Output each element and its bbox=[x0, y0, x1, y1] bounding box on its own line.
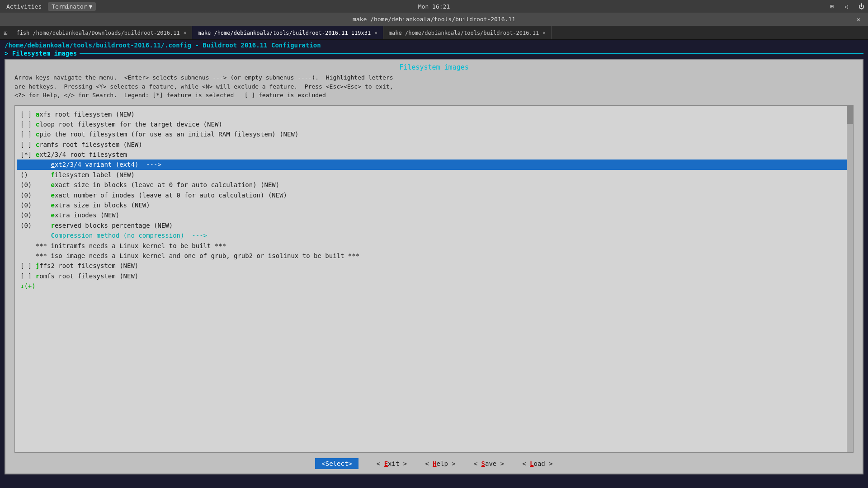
menu-item-cramfs[interactable]: [ ] cramfs root filesystem (NEW) bbox=[17, 140, 851, 150]
tab-make-second[interactable]: make /home/debiankoala/tools/buildroot-2… bbox=[383, 26, 552, 39]
help-button[interactable]: < Help > bbox=[425, 460, 455, 467]
terminal-area: /home/debiankoala/tools/buildroot-2016.1… bbox=[0, 40, 868, 488]
tab-make-active-label: make /home/debiankoala/tools/buildroot-2… bbox=[198, 30, 371, 36]
menu-item-cpio[interactable]: [ ] cpio the root filesystem (for use as… bbox=[17, 129, 851, 139]
menu-item-ext234[interactable]: [*] ext2/3/4 root filesystem bbox=[17, 150, 851, 160]
topbar-left: Activities Terminator ▼ bbox=[4, 2, 96, 11]
topbar-right: ⊞ ◁ ⏻ bbox=[830, 3, 864, 10]
dialog-title: Filesystem images bbox=[5, 60, 863, 73]
window-titlebar: make /home/debiankoala/tools/buildroot-2… bbox=[0, 13, 868, 26]
menu-dialog: Filesystem images Arrow keys navigate th… bbox=[5, 59, 863, 474]
menu-item-ext234-variant[interactable]: ext2/3/4 variant (ext4) ---> bbox=[17, 160, 851, 169]
menu-item-jffs2[interactable]: [ ] jffs2 root filesystem (NEW) bbox=[17, 261, 851, 271]
topbar: Activities Terminator ▼ Mon 16:21 ⊞ ◁ ⏻ bbox=[0, 0, 868, 13]
tab-fish[interactable]: fish /home/debiankoala/Downloads/buildro… bbox=[11, 26, 192, 39]
header-path: /home/debiankoala/tools/buildroot-2016.1… bbox=[0, 40, 868, 49]
dropdown-icon: ▼ bbox=[89, 3, 93, 10]
tab-make-active-close[interactable]: ✕ bbox=[374, 30, 377, 36]
menu-item-exact-size[interactable]: (0) exact size in blocks (leave at 0 for… bbox=[17, 180, 851, 190]
menu-item-scroll-indicator: ↓(+) bbox=[17, 281, 851, 291]
help-text: Arrow keys navigate the menu. <Enter> se… bbox=[5, 73, 863, 103]
menu-item-cloop[interactable]: [ ] cloop root filesystem for the target… bbox=[17, 119, 851, 129]
grid-icon[interactable]: ⊞ bbox=[0, 26, 11, 39]
tab-bar: ⊞ fish /home/debiankoala/Downloads/build… bbox=[0, 26, 868, 40]
menu-item-compression[interactable]: Compression method (no compression) ---> bbox=[17, 230, 851, 240]
exit-button[interactable]: < Exit > bbox=[377, 460, 407, 467]
scrollbar[interactable] bbox=[847, 106, 853, 453]
menu-item-initramfs-warn: *** initramfs needs a Linux kernel to be… bbox=[17, 241, 851, 251]
menu-content[interactable]: [ ] axfs root filesystem (NEW) [ ] cloop… bbox=[14, 105, 854, 453]
tab-fish-close[interactable]: ✕ bbox=[184, 30, 187, 36]
menu-item-extra-inodes[interactable]: (0) extra inodes (NEW) bbox=[17, 210, 851, 220]
menu-item-axfs[interactable]: [ ] axfs root filesystem (NEW) bbox=[17, 109, 851, 119]
tab-make-active[interactable]: make /home/debiankoala/tools/buildroot-2… bbox=[192, 26, 383, 39]
menu-item-exact-inodes[interactable]: (0) exact number of inodes (leave at 0 f… bbox=[17, 190, 851, 200]
tab-make-second-label: make /home/debiankoala/tools/buildroot-2… bbox=[389, 30, 539, 36]
button-bar: <Select> < Exit > < Help > < Save > < Lo… bbox=[5, 455, 863, 474]
system-tray: ⊞ ◁ ⏻ bbox=[830, 3, 864, 10]
save-button[interactable]: < Save > bbox=[474, 460, 504, 467]
header-section: > Filesystem images bbox=[0, 49, 868, 59]
topbar-clock: Mon 16:21 bbox=[418, 3, 450, 10]
menu-item-reserved[interactable]: (0) reserved blocks percentage (NEW) bbox=[17, 221, 851, 230]
load-button[interactable]: < Load > bbox=[522, 460, 552, 467]
scrollbar-thumb[interactable] bbox=[847, 106, 853, 124]
terminator-menu[interactable]: Terminator ▼ bbox=[48, 2, 96, 11]
tab-make-second-close[interactable]: ✕ bbox=[542, 30, 546, 36]
menu-item-iso-warn: *** iso image needs a Linux kernel and o… bbox=[17, 251, 851, 261]
terminator-label: Terminator bbox=[52, 3, 87, 10]
window-close-button[interactable]: ✕ bbox=[854, 16, 863, 23]
select-button[interactable]: <Select> bbox=[315, 458, 358, 469]
menu-item-extra-size[interactable]: (0) extra size in blocks (NEW) bbox=[17, 200, 851, 210]
menu-item-fs-label[interactable]: () filesystem label (NEW) bbox=[17, 170, 851, 180]
activities-button[interactable]: Activities bbox=[4, 2, 44, 11]
window-title: make /home/debiankoala/tools/buildroot-2… bbox=[14, 16, 854, 23]
tab-fish-label: fish /home/debiankoala/Downloads/buildro… bbox=[16, 30, 179, 36]
menu-item-romfs[interactable]: [ ] romfs root filesystem (NEW) bbox=[17, 271, 851, 281]
